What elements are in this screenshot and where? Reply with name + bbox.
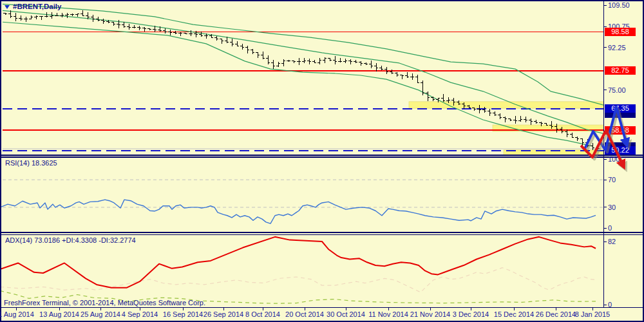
symbol-label: #BRENT,Daily [13, 3, 61, 10]
copyright-text: FreshForex Terminal, © 2001-2014, MetaQu… [4, 299, 205, 307]
symbol-selector[interactable]: #BRENT,Daily [5, 3, 61, 10]
bollinger-upper [0, 4, 615, 108]
rsi-pane [0, 180, 603, 223]
rsi-line [0, 200, 596, 223]
adx-pane [0, 237, 596, 303]
chart-canvas[interactable] [0, 0, 644, 322]
window-border [1, 1, 643, 321]
symbol-dropdown-icon[interactable] [5, 5, 10, 9]
highlight-zone [409, 102, 604, 108]
highlight-zones [409, 102, 604, 155]
rsi-indicator-label: RSI(14) 18.3625 [5, 159, 57, 167]
adx-indicator-label: ADX(14) 73.0186 +DI:4.3308 -DI:32.2774 [5, 236, 136, 244]
adx-line [0, 237, 596, 288]
trading-terminal-window: 109.50100.7592.2575.00100703008201 Aug 2… [0, 0, 644, 322]
main-price-pane [0, 4, 615, 155]
chart-frame [1, 1, 643, 321]
